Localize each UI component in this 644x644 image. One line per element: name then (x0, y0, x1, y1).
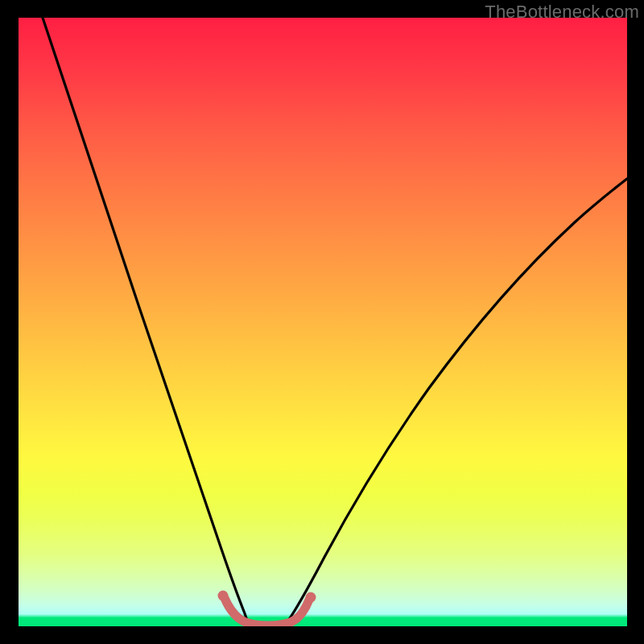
plot-area (19, 18, 627, 626)
left-curve (43, 18, 248, 623)
right-curve (287, 179, 627, 623)
watermark-text: TheBottleneck.com (485, 2, 639, 23)
bottom-highlight (225, 598, 309, 625)
chart-frame: TheBottleneck.com (0, 0, 644, 644)
curve-layer (19, 18, 627, 626)
highlight-end-left (218, 591, 229, 601)
highlight-end-right (306, 592, 316, 603)
